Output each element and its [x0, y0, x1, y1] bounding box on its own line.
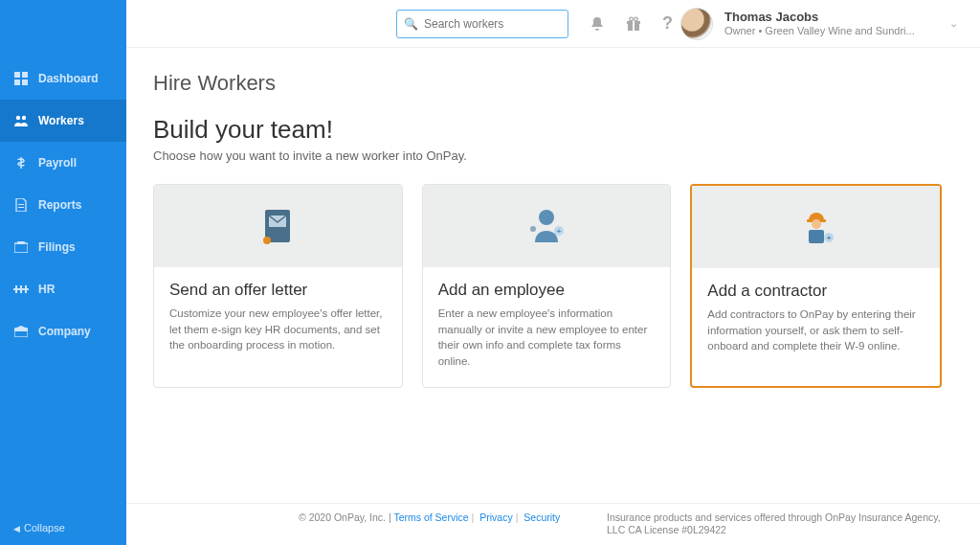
hr-icon [13, 282, 29, 297]
sidebar-collapse[interactable]: ◀Collapse [0, 511, 126, 545]
user-subtitle: Owner • Green Valley Wine and Sundri... [724, 25, 915, 37]
svg-rect-11 [15, 285, 17, 293]
svg-rect-7 [18, 207, 24, 208]
svg-rect-15 [14, 329, 28, 331]
card-desc: Customize your new employee's offer lett… [169, 306, 387, 353]
option-cards: Send an offer letter Customize your new … [153, 184, 942, 388]
workers-icon [13, 113, 29, 128]
svg-point-5 [22, 116, 26, 120]
bell-icon[interactable] [590, 16, 605, 32]
sidebar-item-company[interactable]: Company [0, 310, 126, 352]
contractor-icon: + [692, 186, 940, 268]
card-add-employee[interactable]: + Add an employee Enter a new employee's… [422, 184, 672, 388]
sidebar-item-hr[interactable]: HR [0, 268, 126, 310]
logo-icon [13, 17, 40, 31]
svg-rect-2 [14, 79, 20, 85]
content: Hire Workers Build your team! Choose how… [126, 48, 980, 503]
footer-copyright: © 2020 OnPay, Inc. | [299, 511, 393, 523]
card-add-contractor[interactable]: + Add a contractor Add contractors to On… [690, 184, 942, 388]
sidebar-item-label: Filings [38, 240, 76, 254]
card-offer-letter[interactable]: Send an offer letter Customize your new … [153, 184, 403, 388]
svg-rect-0 [14, 72, 20, 78]
svg-point-23 [263, 237, 271, 244]
svg-rect-13 [25, 285, 27, 293]
svg-rect-8 [14, 243, 28, 253]
svg-rect-9 [17, 241, 25, 244]
user-name: Thomas Jacobs [724, 10, 915, 25]
filings-icon [13, 239, 29, 255]
sidebar-item-payroll[interactable]: Payroll [0, 142, 126, 184]
employee-icon: + [423, 185, 671, 267]
brand-name: onpay [44, 11, 103, 36]
avatar [680, 8, 713, 40]
chevron-down-icon: ⌄ [949, 17, 958, 30]
svg-point-19 [630, 17, 634, 21]
help-icon[interactable]: ? [662, 13, 673, 34]
sidebar-item-reports[interactable]: Reports [0, 184, 126, 226]
svg-rect-1 [22, 72, 28, 78]
topbar: 🔍 ? Thomas Jacobs Owner • Green Valley W… [126, 0, 980, 48]
card-title: Add a contractor [707, 282, 924, 301]
page-title: Hire Workers [153, 71, 942, 96]
reports-icon [13, 197, 29, 213]
payroll-icon [13, 155, 29, 170]
brand-tm: ® [103, 21, 108, 28]
sidebar-item-label: Payroll [38, 156, 77, 170]
svg-rect-3 [22, 79, 28, 85]
offer-letter-icon [154, 185, 402, 267]
svg-rect-18 [633, 21, 635, 31]
footer-terms-link[interactable]: Terms of Service [393, 511, 468, 523]
footer: © 2020 OnPay, Inc. | Terms of Service| P… [126, 503, 980, 545]
footer-disclaimer: Insurance products and services offered … [607, 511, 951, 537]
sidebar-item-filings[interactable]: Filings [0, 226, 126, 268]
search-icon: 🔍 [404, 17, 418, 31]
section-heading: Build your team! [153, 115, 942, 145]
sidebar-item-label: HR [38, 283, 55, 296]
sidebar-item-label: Workers [38, 114, 84, 127]
sidebar-item-label: Dashboard [38, 72, 99, 85]
svg-point-29 [812, 219, 821, 229]
collapse-label: Collapse [24, 522, 65, 534]
card-title: Send an offer letter [169, 281, 387, 300]
sidebar-nav: Dashboard Workers Payroll Reports Filing… [0, 48, 126, 511]
user-menu[interactable]: Thomas Jacobs Owner • Green Valley Wine … [673, 4, 966, 44]
svg-point-27 [530, 226, 536, 232]
svg-rect-6 [18, 204, 24, 205]
svg-point-20 [635, 17, 638, 21]
sidebar-item-workers[interactable]: Workers [0, 100, 126, 142]
brand-logo: onpay® [13, 11, 121, 36]
svg-text:+: + [826, 234, 831, 242]
chevron-left-icon: ◀ [13, 524, 20, 534]
sidebar-item-label: Reports [38, 198, 81, 212]
svg-point-4 [16, 116, 20, 120]
sidebar-item-dashboard[interactable]: Dashboard [0, 57, 126, 100]
svg-rect-12 [20, 285, 22, 293]
svg-rect-30 [809, 230, 824, 243]
footer-privacy-link[interactable]: Privacy [479, 511, 512, 523]
card-desc: Add contractors to OnPay by entering the… [707, 307, 924, 354]
card-title: Add an employee [438, 281, 656, 300]
gift-icon[interactable] [626, 16, 641, 32]
search-box: 🔍 [396, 10, 568, 38]
grid-icon [13, 71, 29, 86]
company-icon [13, 324, 29, 339]
sidebar: Dashboard Workers Payroll Reports Filing… [0, 0, 126, 545]
svg-text:+: + [557, 227, 562, 236]
section-subtitle: Choose how you want to invite a new work… [153, 148, 942, 163]
card-desc: Enter a new employee's information manua… [438, 306, 656, 370]
search-input[interactable] [396, 10, 568, 38]
svg-point-24 [539, 210, 554, 225]
footer-security-link[interactable]: Security [523, 511, 560, 523]
sidebar-item-label: Company [38, 325, 91, 338]
